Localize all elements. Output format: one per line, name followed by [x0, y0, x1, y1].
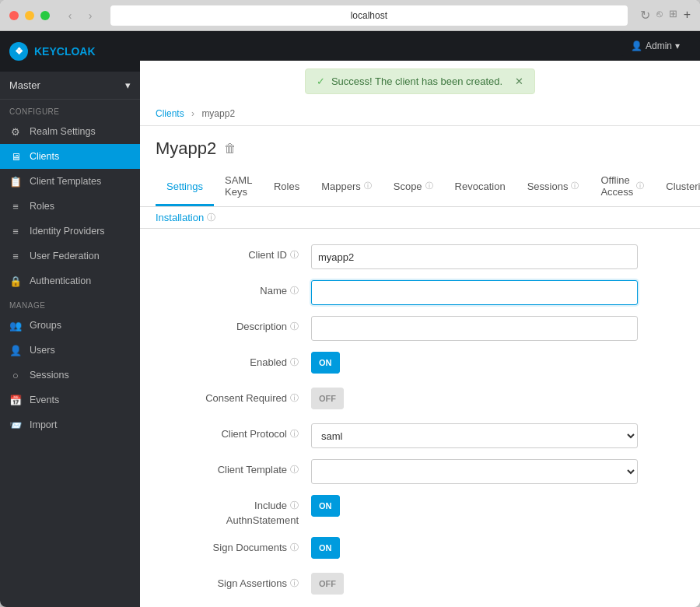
notification-message: Success! The client has been created.	[331, 75, 502, 87]
tab-revocation-label: Revocation	[455, 181, 506, 192]
browser-maximize-btn[interactable]	[40, 11, 50, 20]
enabled-toggle[interactable]: ON	[311, 352, 340, 374]
realm-name: Master	[9, 79, 40, 91]
sidebar-item-label: Users	[30, 345, 55, 356]
description-input[interactable]	[311, 316, 638, 341]
sidebar-item-sessions[interactable]: ○ Sessions	[0, 363, 140, 388]
sessions-help-icon: ⓘ	[571, 181, 579, 191]
label-client-id: Client ID ⓘ	[156, 244, 311, 261]
tab-clustering[interactable]: Clustering	[655, 168, 700, 206]
tab-icon[interactable]: ⊞	[669, 8, 677, 23]
include-authn-toggle-on: ON	[311, 495, 340, 517]
app-logo: KEYCLOAK	[34, 45, 96, 58]
tab-revocation[interactable]: Revocation	[444, 168, 516, 206]
sign-assertions-toggle-off: OFF	[311, 573, 344, 595]
breadcrumb-parent-link[interactable]: Clients	[156, 108, 184, 119]
sidebar-item-realm-settings[interactable]: ⚙ Realm Settings	[0, 119, 140, 144]
browser-close-btn[interactable]	[9, 11, 19, 20]
client-id-input[interactable]	[311, 244, 638, 269]
sidebar-item-users[interactable]: 👤 Users	[0, 338, 140, 363]
sidebar-item-label: Sessions	[30, 370, 69, 381]
client-protocol-select[interactable]: saml openid-connect	[311, 423, 638, 448]
admin-label: Admin	[646, 40, 672, 51]
label-client-template: Client Template ⓘ	[156, 459, 311, 475]
tab-saml-keys[interactable]: SAML Keys	[214, 168, 263, 206]
new-tab-icon[interactable]: +	[684, 8, 691, 23]
sessions-icon: ○	[9, 369, 22, 381]
browser-window: ‹ › localhost ↻ ⎋ ⊞ + ❖ KEYCLOAK	[0, 0, 700, 607]
url-text: localhost	[351, 10, 387, 21]
consent-required-toggle-off: OFF	[311, 388, 344, 409]
consent-required-toggle-container: OFF	[311, 388, 638, 409]
sidebar-item-groups[interactable]: 👥 Groups	[0, 313, 140, 338]
tab-settings[interactable]: Settings	[156, 168, 214, 206]
logo-initial: ❖	[15, 46, 23, 57]
sidebar-item-label: Roles	[30, 201, 54, 212]
configure-section-title: Configure	[0, 100, 140, 119]
sidebar-item-import[interactable]: 📨 Import	[0, 412, 140, 437]
sign-assertions-toggle[interactable]: OFF	[311, 573, 344, 595]
sidebar-item-events[interactable]: 📅 Events	[0, 388, 140, 412]
form-row-enabled: Enabled ⓘ ON	[156, 352, 684, 377]
tab-roles[interactable]: Roles	[263, 168, 310, 206]
sidebar-item-label: Authentication	[30, 275, 91, 286]
client-template-help-icon: ⓘ	[290, 464, 299, 475]
success-icon: ✓	[317, 75, 325, 87]
sign-documents-toggle[interactable]: ON	[311, 537, 340, 559]
browser-titlebar: ‹ › localhost ↻ ⎋ ⊞ +	[0, 0, 700, 31]
tab-offline-access[interactable]: Offline Access ⓘ	[590, 168, 655, 206]
browser-back-btn[interactable]: ‹	[62, 8, 78, 23]
sign-assertions-help-icon: ⓘ	[290, 577, 299, 589]
logo-text: KEYCLOAK	[34, 45, 96, 58]
realm-selector[interactable]: Master ▾	[0, 72, 140, 100]
tab-sessions-label: Sessions	[527, 181, 569, 192]
tab-offline-access-label: Offline Access	[600, 174, 633, 198]
share-icon[interactable]: ⎋	[656, 8, 663, 23]
label-name: Name ⓘ	[156, 280, 311, 296]
page-title-row: Myapp2 🗑	[156, 139, 684, 159]
consent-required-toggle[interactable]: OFF	[311, 388, 344, 409]
sidebar-item-identity-providers[interactable]: ≡ Identity Providers	[0, 219, 140, 244]
sidebar-item-label: Client Templates	[30, 176, 101, 187]
browser-minimize-btn[interactable]	[25, 11, 34, 20]
enabled-toggle-container: ON	[311, 352, 638, 374]
label-consent-required: Consent Required ⓘ	[156, 388, 311, 404]
sidebar-item-authentication[interactable]: 🔒 Authentication	[0, 268, 140, 293]
delete-icon[interactable]: 🗑	[224, 142, 236, 156]
browser-forward-btn[interactable]: ›	[82, 8, 98, 23]
sidebar-item-client-templates[interactable]: 📋 Client Templates	[0, 169, 140, 194]
form-row-client-protocol: Client Protocol ⓘ saml openid-connect	[156, 423, 684, 448]
form-content: Client ID ⓘ Name ⓘ	[140, 229, 700, 607]
tab-mappers[interactable]: Mappers ⓘ	[310, 168, 383, 206]
client-templates-icon: 📋	[9, 175, 22, 188]
installation-subtab[interactable]: Installation	[156, 212, 204, 223]
breadcrumb-current: myapp2	[201, 108, 235, 119]
browser-address-bar[interactable]: localhost	[110, 5, 628, 26]
logo-icon: ❖	[9, 42, 28, 61]
sign-documents-toggle-container: ON	[311, 537, 638, 559]
form-row-client-id: Client ID ⓘ	[156, 244, 684, 269]
name-field-container	[311, 280, 638, 305]
tab-sessions[interactable]: Sessions ⓘ	[516, 168, 590, 206]
sidebar-item-user-federation[interactable]: ≡ User Federation	[0, 244, 140, 268]
sidebar-item-clients[interactable]: 🖥 Clients	[0, 144, 140, 169]
admin-dropdown-btn[interactable]: 👤 Admin ▾	[621, 36, 689, 56]
tab-saml-keys-label: SAML Keys	[225, 174, 252, 198]
label-client-protocol: Client Protocol ⓘ	[156, 423, 311, 440]
include-authn-toggle[interactable]: ON	[311, 495, 340, 517]
subtab-bar: Installation ⓘ	[140, 207, 700, 229]
sidebar-item-label: Import	[30, 419, 57, 430]
identity-providers-icon: ≡	[9, 225, 22, 237]
name-input[interactable]	[311, 280, 638, 305]
sidebar-item-roles[interactable]: ≡ Roles	[0, 194, 140, 219]
label-include-authn: Include ⓘ AuthnStatement	[156, 495, 311, 526]
tab-scope[interactable]: Scope ⓘ	[383, 168, 444, 206]
clients-icon: 🖥	[9, 150, 22, 163]
import-icon: 📨	[9, 419, 22, 431]
sidebar-item-label: Events	[30, 395, 59, 405]
client-template-select[interactable]	[311, 459, 638, 484]
reload-icon[interactable]: ↻	[640, 8, 650, 23]
offline-access-help-icon: ⓘ	[636, 181, 644, 191]
notification-close-btn[interactable]: ✕	[515, 75, 523, 87]
tab-clustering-label: Clustering	[666, 181, 700, 192]
